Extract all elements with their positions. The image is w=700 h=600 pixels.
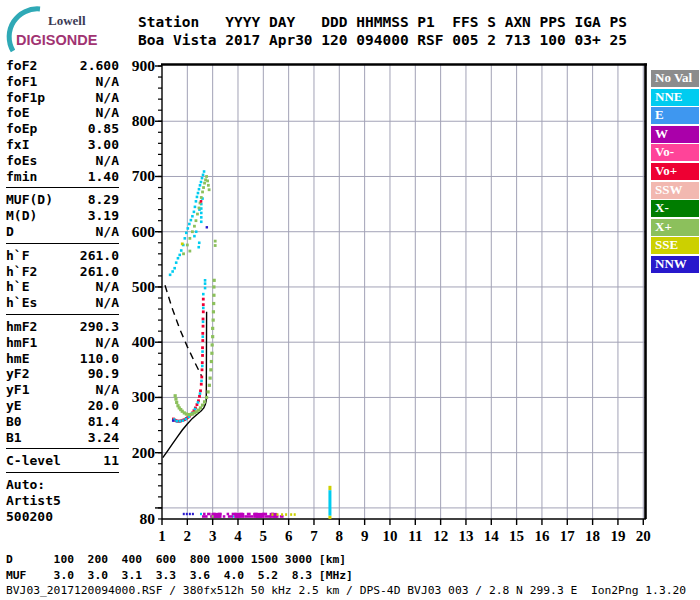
ionogram-plot: 1234567891011121314151617181920900800700…: [0, 0, 700, 600]
series-f-trace-x-mode: [210, 352, 213, 355]
series-spread-f-scatter-nne: [169, 274, 172, 277]
x-tick-label: 1: [158, 528, 166, 544]
legend-item-e: E: [651, 107, 699, 124]
series-stray-nnw-dots: [172, 419, 174, 421]
series-es-row-sse: [290, 513, 292, 516]
series-f-trace-nne-speckles: [201, 350, 204, 353]
series-spread-f-scatter-x: [193, 225, 196, 228]
series-f-trace-nne-speckles: [201, 365, 204, 368]
series-f-trace-o-mode-vo+: [202, 310, 205, 313]
series-spread-f-scatter-nne: [177, 257, 180, 260]
series-es-row-sse: [276, 513, 278, 516]
x-tick-label: 12: [433, 528, 448, 544]
series-es-row-w-upper: [227, 513, 230, 516]
x-tick-label: 9: [361, 528, 369, 544]
y-tick-label: 500: [132, 278, 156, 295]
x-tick-label: 7: [310, 528, 318, 544]
x-tick-label: 11: [408, 528, 422, 544]
series-interference-streak-nne: [328, 490, 331, 515]
y-tick-label: 200: [132, 444, 156, 461]
series-f-trace-nne-speckles: [202, 307, 205, 310]
series-spread-f-scatter-nne: [171, 270, 174, 273]
series-es-row-sse: [271, 513, 273, 516]
series-spread-f-scatter-nne: [200, 181, 203, 184]
legend-item-no-val: No Val: [651, 70, 699, 87]
series-f-trace-x-mode: [212, 302, 215, 305]
series-spread-f-scatter-nne: [197, 192, 200, 195]
series-spread-f-scatter-nne: [185, 232, 188, 235]
series-spread-f-scatter-x: [188, 237, 191, 240]
series-f-trace-nne-speckles: [200, 380, 203, 383]
series-spread-f-scatter-nne: [188, 223, 191, 226]
legend-item-x-: X+: [651, 219, 699, 236]
series-spread-f-scatter-nne: [193, 235, 196, 238]
series-stray-vo+-dot: [200, 200, 203, 203]
series-spread-f-scatter-x: [186, 244, 189, 247]
series-f-trace-o-mode-vo+: [199, 389, 202, 392]
series-spread-f-scatter-nne: [173, 267, 176, 270]
series-spread-f-scatter-nne: [194, 206, 197, 209]
series-interference-streak-sse: [328, 486, 331, 490]
y-tick-label: 300: [132, 388, 156, 405]
x-tick-label: 8: [336, 528, 344, 544]
series-f-trace-nne-speckles: [178, 420, 181, 423]
echo-direction-legend: No ValNNEEWVo-Vo+SSWX-X+SSENNW: [651, 70, 699, 275]
series-spread-f-scatter-x: [200, 196, 203, 199]
series-es-row-w-lower: [223, 515, 226, 518]
series-f-trace-x-mode: [175, 401, 178, 404]
series-spread-f-scatter-nne: [190, 219, 193, 222]
x-tick-label: 10: [382, 528, 397, 544]
series-f-trace-o-mode-vo+: [201, 339, 204, 342]
series-f-trace-x-mode: [210, 360, 213, 363]
series-es-row-w-lower: [228, 515, 233, 518]
series-es-row-sse: [285, 513, 287, 516]
legend-item-ssw: SSW: [651, 182, 699, 199]
series-f-trace-o-mode-vo+: [202, 303, 205, 306]
series-f-trace-o-mode-vo+: [202, 325, 205, 328]
series-f-trace-x-mode: [208, 384, 211, 387]
legend-item-nnw: NNW: [651, 256, 699, 273]
series-f-trace-x-mode: [174, 394, 177, 397]
y-tick-label: 600: [132, 223, 156, 240]
series-es-row-nnw: [192, 513, 194, 515]
series-spread-f-scatter-x: [201, 191, 204, 194]
series-es-row-w-blobs: [234, 513, 244, 518]
x-tick-label: 15: [509, 528, 524, 544]
series-f-trace-o-mode-vo+: [201, 368, 204, 371]
x-tick-label: 5: [260, 528, 268, 544]
series-spread-f-scatter-x: [202, 186, 205, 189]
series-spread-f-scatter-nne: [198, 188, 201, 191]
series-spread-f-scatter-nne: [200, 220, 203, 223]
series-f-trace-nne-speckles: [199, 392, 202, 395]
x-tick-label: 18: [585, 528, 600, 544]
series-muf-transmission-curve: [165, 285, 202, 376]
legend-item-w: W: [651, 126, 699, 143]
y-tick-label: 400: [132, 333, 156, 350]
series-spread-f-scatter-nne: [201, 177, 204, 180]
series-es-row-sse: [281, 513, 283, 516]
series-spread-f-scatter-nne: [203, 170, 206, 173]
series-es-row-w-upper: [203, 513, 206, 516]
series-es-row-nnw: [189, 513, 191, 515]
series-f-trace-x-mode: [203, 400, 206, 403]
x-tick-label: 16: [534, 528, 550, 544]
series-f-trace-x-mode: [211, 327, 214, 330]
series-spread-f-scatter-x: [205, 175, 208, 178]
legend-item-nne: NNE: [651, 89, 699, 106]
series-spread-f-scatter-x: [214, 244, 217, 247]
series-f-trace-o-mode-vo+: [200, 383, 203, 386]
series-es-row-nnw: [183, 513, 185, 515]
legend-item-vo-: Vo-: [651, 144, 699, 161]
series-spread-f-scatter-x: [207, 184, 210, 187]
series-spread-f-scatter-nne: [200, 212, 203, 215]
series-es-row-w-upper: [207, 513, 211, 516]
y-tick-label: 700: [132, 167, 156, 184]
series-f-trace-x-mode: [207, 390, 210, 393]
series-es-row-w-blobs: [253, 513, 264, 518]
series-spread-f-scatter-x: [188, 250, 191, 253]
series-f-trace-x-mode: [211, 343, 214, 346]
x-tick-label: 13: [458, 528, 473, 544]
x-tick-label: 14: [484, 528, 500, 544]
y-tick-label: 80: [140, 510, 156, 527]
series-f-trace-o-mode-vo+: [198, 395, 201, 398]
